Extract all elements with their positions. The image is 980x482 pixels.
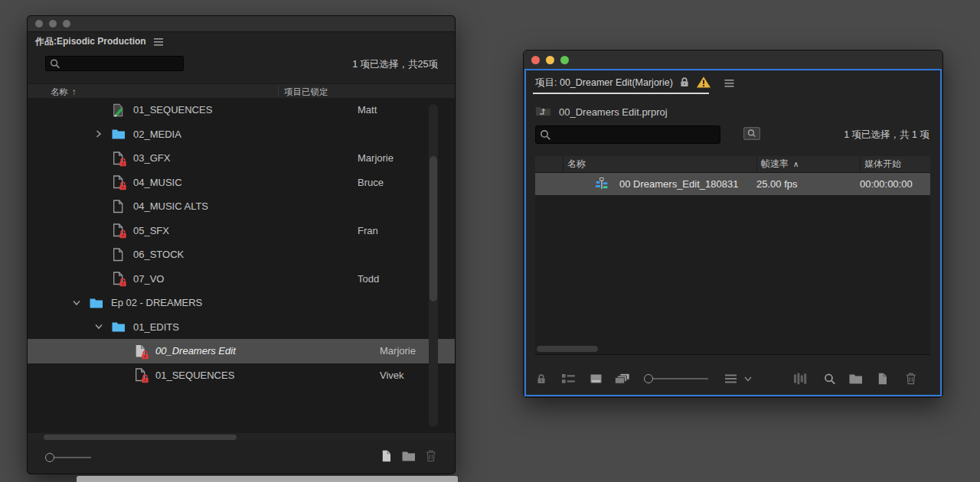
project-panel-tab[interactable]: 项目: 00_Dreamer Edit(Marjorie) bbox=[535, 76, 734, 90]
table-row[interactable]: 04_MUSIC ALTS bbox=[28, 194, 455, 219]
item-name: 04_MUSIC ALTS bbox=[133, 200, 208, 212]
breadcrumb[interactable]: 00_Dreamers Edit.prproj bbox=[535, 105, 668, 119]
chevron-right-icon[interactable] bbox=[95, 130, 112, 138]
chevron-down-icon[interactable] bbox=[744, 376, 752, 383]
icon-view-icon[interactable] bbox=[590, 374, 602, 384]
column-header-name[interactable]: 名称 bbox=[563, 156, 756, 172]
find-icon[interactable] bbox=[824, 373, 835, 385]
locked-by: Marjorie bbox=[351, 152, 455, 164]
locked-by: Todd bbox=[351, 273, 455, 285]
zoom-slider-knob[interactable] bbox=[45, 453, 54, 462]
column-header-framerate[interactable]: 帧速率 ∧ bbox=[756, 156, 860, 172]
table-header: 名称 帧速率 ∧ 媒体开始 bbox=[535, 156, 930, 173]
automate-to-sequence-icon[interactable] bbox=[794, 373, 807, 385]
zoom-slider-track bbox=[653, 378, 708, 379]
table-row-selected[interactable]: 00_Dreamers Edit Marjorie bbox=[28, 339, 455, 363]
column-header-locked[interactable]: 项目已锁定 bbox=[284, 86, 328, 98]
freeform-view-icon[interactable] bbox=[615, 373, 630, 384]
minimize-button[interactable] bbox=[49, 20, 57, 28]
selection-summary: 1 项已选择，共25项 bbox=[352, 58, 438, 71]
sequence-icon bbox=[596, 177, 608, 191]
close-button[interactable] bbox=[531, 56, 540, 64]
zoom-window-button[interactable] bbox=[560, 56, 569, 64]
column-header-mediastart[interactable]: 媒体开始 bbox=[860, 156, 930, 172]
sort-ascending-icon: ↑ bbox=[72, 87, 77, 96]
chevron-down-icon[interactable] bbox=[95, 323, 112, 331]
panel-menu-icon[interactable] bbox=[154, 38, 163, 46]
item-name: 06_STOCK bbox=[133, 249, 184, 260]
table-row[interactable]: 01_EDITS bbox=[28, 315, 455, 340]
chevron-down-icon[interactable] bbox=[73, 299, 90, 307]
item-name: 01_SEQUENCES bbox=[133, 104, 212, 116]
close-button[interactable] bbox=[35, 20, 43, 28]
item-name: Ep 02 - DREAMERS bbox=[111, 297, 202, 308]
production-panel-tab[interactable]: 作品:Episodic Production bbox=[35, 35, 163, 48]
zoom-window-button[interactable] bbox=[63, 20, 70, 28]
locked-by: Marjorie bbox=[374, 345, 455, 357]
locked-by: Bruce bbox=[351, 177, 455, 188]
sort-icon[interactable] bbox=[725, 374, 737, 384]
new-item-icon[interactable] bbox=[877, 373, 887, 385]
search-field[interactable] bbox=[45, 56, 184, 71]
panel-menu-icon[interactable] bbox=[724, 80, 734, 87]
zoom-slider-knob[interactable] bbox=[644, 374, 653, 383]
table-row[interactable]: 01_SEQUENCES Vivek bbox=[28, 363, 455, 388]
locked-by: Vivek bbox=[374, 370, 455, 381]
warning-icon[interactable] bbox=[696, 76, 711, 90]
right-window-titlebar[interactable] bbox=[524, 50, 942, 70]
new-item-icon[interactable] bbox=[381, 450, 391, 465]
table-row[interactable]: 07_VO Todd bbox=[28, 267, 455, 291]
new-bin-icon[interactable] bbox=[402, 451, 415, 464]
column-header-name[interactable]: 名称 ↑ bbox=[51, 86, 77, 98]
new-bin-icon[interactable] bbox=[849, 373, 862, 384]
project-panel-toolbar bbox=[526, 370, 940, 387]
doc-lock-icon bbox=[134, 368, 147, 382]
scrollbar-thumb[interactable] bbox=[430, 156, 437, 301]
item-name: 01_EDITS bbox=[133, 321, 179, 333]
search-input[interactable] bbox=[553, 126, 715, 143]
search-icon bbox=[540, 129, 550, 140]
panel-title: 项目: 00_Dreamer Edit(Marjorie) bbox=[535, 77, 673, 90]
delete-icon[interactable] bbox=[426, 450, 436, 465]
project-panel-window: 项目: 00_Dreamer Edit(Marjorie) 00_Dreamer… bbox=[523, 50, 943, 398]
locked-by: Fran bbox=[351, 225, 455, 236]
search-field[interactable] bbox=[535, 125, 720, 144]
lock-icon bbox=[680, 77, 689, 90]
doc-lock-icon bbox=[112, 272, 125, 285]
search-icon bbox=[50, 59, 60, 69]
column-header-label[interactable] bbox=[535, 156, 563, 172]
table-row[interactable]: 01_SEQUENCES Matt bbox=[28, 98, 455, 122]
delete-icon[interactable] bbox=[906, 373, 916, 385]
table-row[interactable]: Ep 02 - DREAMERS bbox=[28, 291, 455, 315]
left-window-titlebar[interactable] bbox=[28, 16, 455, 32]
scrollbar-thumb[interactable] bbox=[537, 346, 598, 352]
column-divider bbox=[278, 86, 279, 97]
folder-icon bbox=[112, 321, 132, 332]
folder-icon bbox=[90, 298, 109, 308]
doc-lock-icon bbox=[112, 223, 125, 237]
doc-pencil-icon bbox=[112, 103, 132, 117]
vertical-scrollbar[interactable] bbox=[429, 104, 438, 427]
table-row[interactable]: 05_SFX Fran bbox=[28, 219, 455, 243]
horizontal-scrollbar[interactable] bbox=[28, 433, 455, 441]
search-input[interactable] bbox=[63, 57, 178, 70]
table-row[interactable]: 04_MUSIC Bruce bbox=[28, 171, 455, 195]
navigate-up-icon[interactable] bbox=[535, 105, 551, 119]
table-row-selected[interactable]: 00 Dreamers_Edit_180831 25.00 fps 00:00:… bbox=[535, 173, 930, 195]
table-row[interactable]: 06_STOCK bbox=[28, 243, 455, 267]
find-icon[interactable] bbox=[743, 127, 760, 140]
locked-by: Matt bbox=[351, 104, 455, 116]
list-view-icon[interactable] bbox=[562, 373, 575, 384]
table-row[interactable]: 02_MEDIA bbox=[28, 122, 455, 147]
zoom-slider[interactable] bbox=[644, 374, 708, 383]
horizontal-scrollbar[interactable] bbox=[535, 346, 930, 353]
active-tab-underline bbox=[533, 93, 709, 94]
panel-title: 作品:Episodic Production bbox=[35, 35, 146, 48]
doc-lock-filled-icon bbox=[134, 344, 147, 358]
breadcrumb-label: 00_Dreamers Edit.prproj bbox=[559, 106, 668, 118]
scrollbar-thumb[interactable] bbox=[44, 435, 237, 440]
minimize-button[interactable] bbox=[546, 56, 554, 64]
zoom-slider[interactable] bbox=[45, 453, 91, 462]
item-name: 03_GFX bbox=[133, 152, 170, 164]
table-row[interactable]: 03_GFX Marjorie bbox=[28, 146, 455, 171]
